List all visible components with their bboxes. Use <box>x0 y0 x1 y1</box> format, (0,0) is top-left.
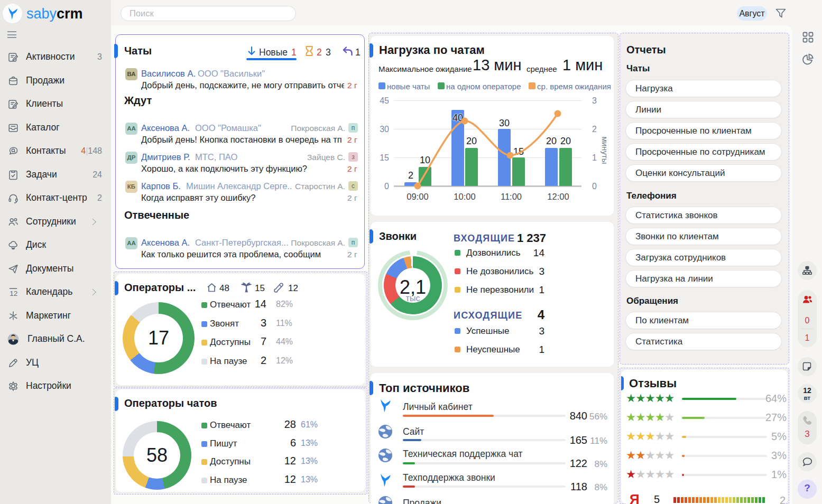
svg-text:12: 12 <box>10 290 17 297</box>
